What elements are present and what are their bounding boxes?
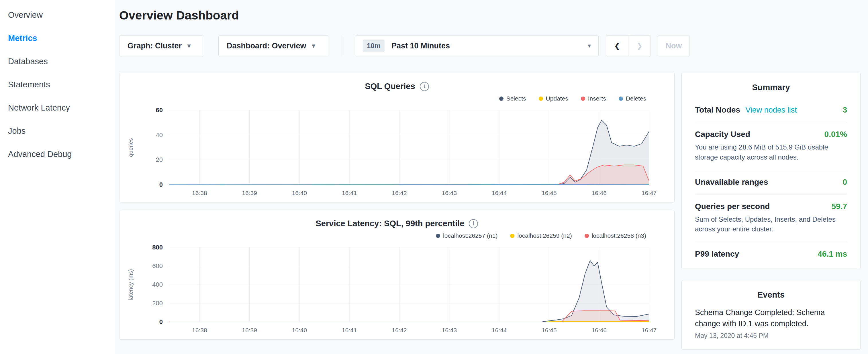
svg-text:16:42: 16:42: [392, 190, 407, 196]
svg-text:16:38: 16:38: [192, 190, 207, 196]
main-content: Overview Dashboard Graph: Cluster ▾ Dash…: [115, 0, 868, 354]
sidebar-item-databases[interactable]: Databases: [0, 50, 115, 73]
events-list: Schema Change Completed: Schema change w…: [695, 307, 847, 340]
sidebar-item-metrics[interactable]: Metrics: [0, 27, 115, 50]
svg-text:16:38: 16:38: [192, 327, 207, 333]
time-back-button[interactable]: ❮: [606, 35, 628, 57]
svg-text:40: 40: [156, 131, 163, 139]
charts-column: SQL Queries i SelectsUpdatesInsertsDelet…: [119, 73, 675, 340]
legend-label: localhost:26258 (n3): [592, 232, 646, 239]
sidebar-item-overview[interactable]: Overview: [0, 3, 115, 27]
svg-text:16:46: 16:46: [591, 190, 607, 196]
legend-label: Inserts: [588, 95, 606, 102]
summary-row-label: Queries per second: [695, 202, 770, 211]
sidebar-item-jobs[interactable]: Jobs: [0, 120, 115, 142]
legend-item: Deletes: [619, 95, 646, 102]
legend-label: Selects: [506, 95, 526, 102]
svg-text:16:42: 16:42: [392, 327, 407, 333]
info-icon[interactable]: i: [469, 219, 478, 228]
summary-row-label: Total Nodes: [695, 105, 740, 115]
summary-row-label: P99 latency: [695, 250, 739, 259]
chart-title-row: SQL Queries i: [127, 82, 666, 91]
legend-item: Selects: [499, 95, 526, 102]
legend-item: Inserts: [581, 95, 606, 102]
sidebar-item-advanced-debug[interactable]: Advanced Debug: [0, 142, 115, 166]
legend-label: localhost:26259 (n2): [517, 232, 572, 239]
view-nodes-link[interactable]: View nodes list: [745, 106, 797, 115]
svg-text:16:45: 16:45: [541, 327, 557, 333]
service-latency-chart: 16:3816:3916:4016:4116:4216:4316:4416:45…: [127, 240, 666, 335]
summary-row-label: Capacity Used: [695, 130, 750, 139]
time-forward-button[interactable]: ❯: [628, 35, 651, 57]
summary-row: P99 latency46.1 ms: [695, 242, 847, 266]
time-range-label: Past 10 Minutes: [392, 41, 588, 51]
info-icon[interactable]: i: [420, 82, 429, 91]
chart-title: SQL Queries: [365, 82, 415, 91]
sidebar-item-network-latency[interactable]: Network Latency: [0, 96, 115, 120]
event-item: Schema Change Completed: Schema change w…: [695, 307, 847, 340]
summary-row-value: 3: [842, 105, 847, 115]
legend-item: localhost:26259 (n2): [510, 232, 572, 239]
svg-text:600: 600: [152, 262, 163, 269]
right-column: Summary Total NodesView nodes list3Capac…: [681, 73, 861, 350]
legend-item: localhost:26257 (n1): [436, 232, 497, 239]
summary-row-value: 59.7: [832, 202, 847, 211]
service-latency-panel: Service Latency: SQL, 99th percentile i …: [119, 210, 675, 340]
svg-text:16:39: 16:39: [242, 327, 257, 333]
svg-text:latency (ms): latency (ms): [127, 269, 134, 300]
summary-rows: Total NodesView nodes list3Capacity Used…: [695, 98, 847, 266]
summary-row-value: 0.01%: [825, 130, 847, 139]
controls-divider: [342, 35, 342, 57]
legend-dot-icon: [539, 97, 543, 101]
summary-row: Queries per second59.7Sum of Selects, Up…: [695, 194, 847, 242]
svg-text:16:43: 16:43: [442, 327, 457, 333]
graph-dropdown[interactable]: Graph: Cluster ▾: [119, 35, 204, 57]
app: OverviewMetricsDatabasesStatementsNetwor…: [0, 0, 868, 354]
summary-row-value: 0: [842, 178, 847, 187]
svg-text:16:41: 16:41: [342, 190, 357, 196]
sidebar-item-statements[interactable]: Statements: [0, 73, 115, 96]
legend-label: Deletes: [626, 95, 646, 102]
chevron-left-icon: ❮: [614, 41, 620, 51]
summary-row: Total NodesView nodes list3: [695, 98, 847, 122]
chart-title-row: Service Latency: SQL, 99th percentile i: [127, 219, 666, 228]
time-pager: ❮ ❯: [606, 35, 651, 57]
time-range-selector[interactable]: 10m Past 10 Minutes ▾: [355, 35, 599, 57]
chart-title: Service Latency: SQL, 99th percentile: [316, 219, 465, 228]
summary-row: Capacity Used0.01%You are using 28.6 MiB…: [695, 122, 847, 170]
svg-text:16:47: 16:47: [642, 190, 657, 196]
legend-item: Updates: [539, 95, 568, 102]
chevron-down-icon: ▾: [588, 42, 591, 50]
summary-row-description: Sum of Selects, Updates, Inserts, and De…: [695, 215, 847, 234]
svg-text:0: 0: [159, 318, 163, 325]
content-row: SQL Queries i SelectsUpdatesInsertsDelet…: [119, 73, 861, 350]
svg-text:200: 200: [152, 299, 163, 307]
svg-text:800: 800: [152, 244, 163, 251]
legend-label: localhost:26257 (n1): [443, 232, 497, 239]
summary-row-label: Unavailable ranges: [695, 178, 768, 187]
legend-dot-icon: [499, 97, 503, 101]
legend-item: localhost:26258 (n3): [585, 232, 646, 239]
svg-text:16:40: 16:40: [292, 327, 307, 333]
events-title: Events: [695, 290, 847, 299]
svg-text:16:47: 16:47: [642, 327, 657, 333]
now-button[interactable]: Now: [658, 35, 690, 57]
svg-text:400: 400: [152, 281, 163, 288]
svg-text:queries: queries: [127, 138, 134, 157]
chevron-down-icon: ▾: [187, 42, 191, 50]
legend-dot-icon: [436, 234, 440, 238]
svg-text:16:44: 16:44: [492, 327, 507, 333]
summary-panel: Summary Total NodesView nodes list3Capac…: [681, 73, 861, 269]
summary-title: Summary: [695, 83, 847, 92]
time-range-badge: 10m: [363, 39, 384, 52]
sidebar-nav: OverviewMetricsDatabasesStatementsNetwor…: [0, 0, 115, 354]
legend-label: Updates: [546, 95, 568, 102]
legend-dot-icon: [510, 234, 515, 238]
summary-row-value: 46.1 ms: [817, 250, 847, 259]
legend-dot-icon: [581, 97, 585, 101]
chevron-down-icon: ▾: [312, 42, 315, 50]
dashboard-dropdown[interactable]: Dashboard: Overview ▾: [218, 35, 329, 57]
chart-legend: SelectsUpdatesInsertsDeletes: [127, 95, 646, 102]
event-time: May 13, 2020 at 4:45 PM: [695, 332, 847, 340]
sql-queries-panel: SQL Queries i SelectsUpdatesInsertsDelet…: [119, 73, 675, 202]
